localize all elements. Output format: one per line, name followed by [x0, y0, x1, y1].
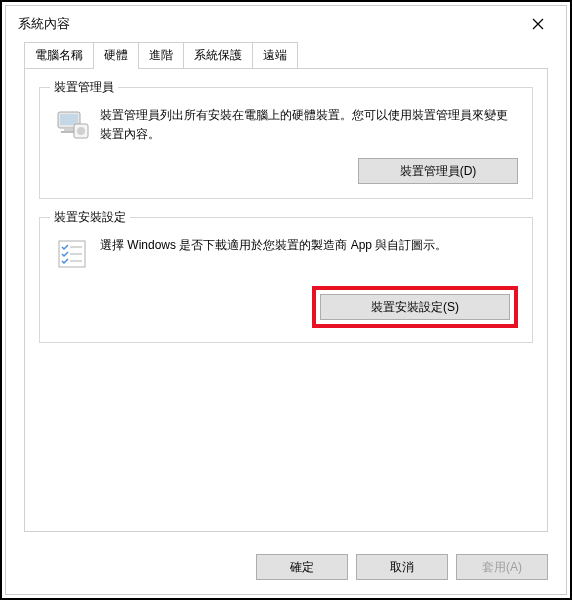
tab-remote[interactable]: 遠端	[252, 42, 298, 68]
tab-system-protection[interactable]: 系統保護	[183, 42, 253, 68]
group-device-install-content: 選擇 Windows 是否下載適用於您裝置的製造商 App 與自訂圖示。	[54, 236, 518, 272]
tab-hardware[interactable]: 硬體	[93, 42, 139, 69]
device-install-icon	[54, 236, 90, 272]
group-device-install-buttons: 裝置安裝設定(S)	[54, 286, 518, 328]
system-properties-window: 系統內容 電腦名稱 硬體 進階 系統保護 遠端 裝置管理員	[0, 0, 572, 600]
dialog-footer: 確定 取消 套用(A)	[6, 542, 566, 594]
group-device-install: 裝置安裝設定	[39, 217, 533, 343]
window-inner: 系統內容 電腦名稱 硬體 進階 系統保護 遠端 裝置管理員	[5, 5, 567, 595]
titlebar: 系統內容	[6, 6, 566, 42]
svg-rect-2	[64, 128, 74, 131]
apply-button[interactable]: 套用(A)	[456, 554, 548, 580]
svg-rect-1	[60, 114, 78, 125]
group-device-manager-buttons: 裝置管理員(D)	[54, 158, 518, 184]
content-area: 電腦名稱 硬體 進階 系統保護 遠端 裝置管理員	[6, 42, 566, 542]
close-button[interactable]	[522, 12, 554, 36]
group-device-manager-content: 裝置管理員列出所有安裝在電腦上的硬體裝置。您可以使用裝置管理員來變更裝置內容。	[54, 106, 518, 144]
group-device-manager-title: 裝置管理員	[50, 79, 118, 96]
tab-advanced[interactable]: 進階	[138, 42, 184, 68]
group-device-install-title: 裝置安裝設定	[50, 209, 130, 226]
device-install-settings-button[interactable]: 裝置安裝設定(S)	[320, 294, 510, 320]
group-device-manager: 裝置管理員 裝置管理員列出所有安裝在電	[39, 87, 533, 199]
svg-point-5	[77, 127, 85, 135]
tab-computer-name[interactable]: 電腦名稱	[24, 42, 94, 68]
tab-panel-hardware: 裝置管理員 裝置管理員列出所有安裝在電	[24, 68, 548, 532]
cancel-button[interactable]: 取消	[356, 554, 448, 580]
highlighted-frame: 裝置安裝設定(S)	[312, 286, 518, 328]
group-device-install-text: 選擇 Windows 是否下載適用於您裝置的製造商 App 與自訂圖示。	[100, 236, 518, 272]
device-manager-button[interactable]: 裝置管理員(D)	[358, 158, 518, 184]
close-icon	[532, 18, 544, 30]
device-manager-icon	[54, 106, 90, 142]
ok-button[interactable]: 確定	[256, 554, 348, 580]
tab-strip: 電腦名稱 硬體 進階 系統保護 遠端	[24, 42, 548, 68]
group-device-manager-text: 裝置管理員列出所有安裝在電腦上的硬體裝置。您可以使用裝置管理員來變更裝置內容。	[100, 106, 518, 144]
window-title: 系統內容	[18, 15, 70, 33]
